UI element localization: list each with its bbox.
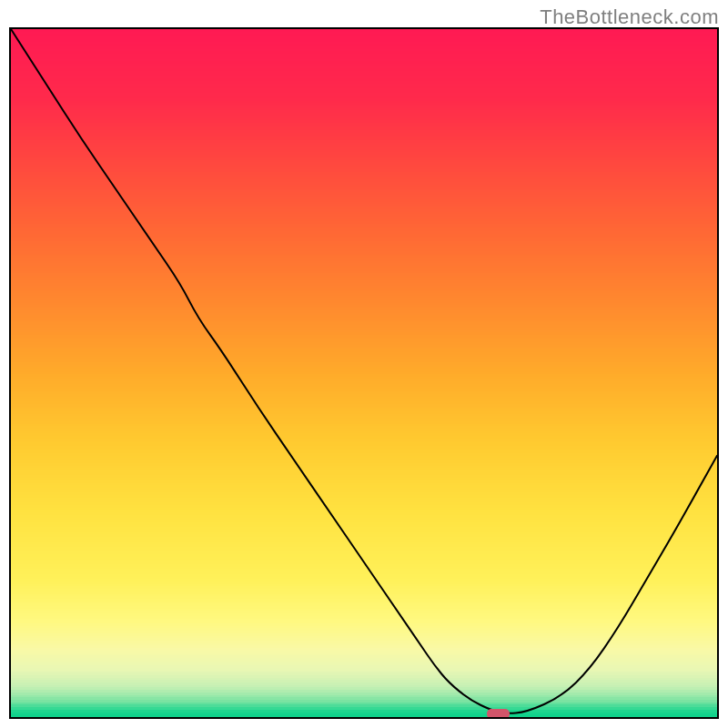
plot-area bbox=[9, 27, 719, 719]
plot-inner bbox=[11, 29, 717, 717]
optimal-point-marker bbox=[487, 709, 510, 719]
bottleneck-curve bbox=[11, 29, 717, 717]
chart-root: TheBottleneck.com bbox=[0, 0, 728, 728]
watermark-text: TheBottleneck.com bbox=[540, 5, 719, 29]
